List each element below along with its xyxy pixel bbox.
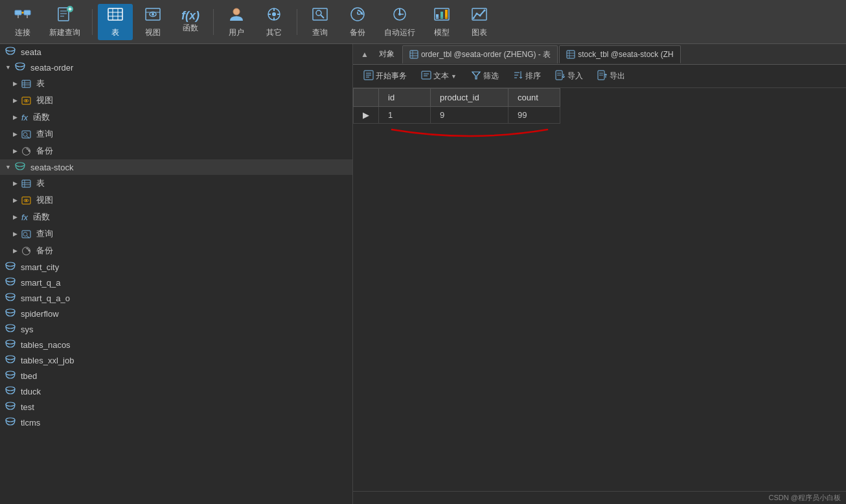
toolbar-query[interactable]: 查询 (303, 4, 337, 40)
svg-point-79 (6, 293, 15, 297)
tab-scroll-left[interactable]: ▲ (358, 49, 371, 60)
sidebar-backup-order-label: 备份 (36, 145, 53, 157)
toolbar-connect[interactable]: 连接 (5, 4, 40, 40)
svg-rect-0 (15, 10, 21, 15)
svg-rect-1 (24, 10, 30, 15)
export-button[interactable]: 导出 (592, 68, 630, 84)
svg-point-60 (23, 132, 27, 136)
toolbar-function[interactable]: f(x) 函数 (173, 4, 208, 40)
svg-rect-42 (440, 12, 443, 19)
sidebar-item-view-order[interactable]: ▶ 视图 (0, 92, 352, 109)
toolbar-query-label: 查询 (312, 27, 328, 38)
tab-order-tbl[interactable]: order_tbl @seata-order (ZHENG) - 表 (402, 45, 558, 63)
toolbar-backup[interactable]: 备份 (340, 4, 375, 40)
svg-point-82 (6, 340, 15, 344)
sidebar-item-tables-xxl-job[interactable]: tables_xxl_job (0, 352, 352, 368)
toolbar-chart-label: 图表 (472, 27, 487, 38)
svg-rect-13 (108, 8, 122, 20)
col-header-product-id[interactable]: product_id (431, 89, 509, 107)
toolbar-view[interactable]: 视图 (135, 4, 170, 40)
sidebar-item-func-stock[interactable]: ▶ fx 函数 (0, 209, 352, 225)
sidebar-item-spiderflow[interactable]: spiderflow (0, 306, 352, 321)
filter-label: 筛选 (483, 71, 499, 82)
table-row[interactable]: ▶ 1 9 99 (354, 107, 560, 124)
text-icon (421, 70, 431, 82)
sidebar-item-seata-stock[interactable]: ▼ seata-stock (0, 159, 352, 175)
svg-point-48 (479, 15, 481, 17)
tab-stock-tbl[interactable]: stock_tbl @seata-stock (ZH (559, 45, 681, 63)
sidebar-item-query-stock[interactable]: ▶ 查询 (0, 225, 352, 242)
toolbar-user[interactable]: 用户 (219, 4, 254, 40)
sidebar-tduck-label: tduck (21, 387, 41, 396)
query-icon (311, 5, 329, 26)
svg-point-30 (316, 10, 321, 16)
sidebar-item-query-order[interactable]: ▶ 查询 (0, 126, 352, 143)
start-transaction-button[interactable]: 开始事务 (358, 68, 412, 84)
svg-marker-103 (472, 72, 480, 79)
svg-point-71 (25, 200, 27, 201)
sidebar-backup-stock-label: 备份 (36, 245, 53, 257)
toolbar-autorun[interactable]: 自动运行 (378, 4, 422, 40)
filter-button[interactable]: 筛选 (466, 68, 504, 84)
sidebar-table-order-label: 表 (36, 78, 45, 89)
sidebar-item-backup-order[interactable]: ▶ 备份 (0, 143, 352, 159)
backup-icon (349, 5, 367, 26)
data-table: id product_id count ▶ 1 9 99 (353, 88, 560, 124)
import-label: 导入 (567, 71, 583, 82)
toolbar-model[interactable]: 模型 (424, 4, 459, 40)
sidebar-item-smart-qa[interactable]: smart_q_a (0, 275, 352, 290)
toolbar-chart[interactable]: 图表 (462, 4, 497, 40)
sidebar-item-tbed[interactable]: tbed (0, 368, 352, 384)
svg-point-58 (25, 100, 27, 101)
svg-point-81 (6, 325, 15, 328)
toolbar-other[interactable]: 其它 (257, 4, 292, 40)
svg-point-87 (6, 418, 15, 422)
cell-product-id[interactable]: 9 (431, 107, 509, 124)
toolbar-new-query[interactable]: 新建查询 (43, 4, 87, 40)
chart-icon (470, 5, 488, 26)
sidebar-item-tduck[interactable]: tduck (0, 384, 352, 399)
sidebar-item-test[interactable]: test (0, 399, 352, 415)
svg-point-39 (398, 13, 401, 16)
svg-point-80 (6, 309, 15, 313)
col-header-count[interactable]: count (509, 89, 560, 107)
sidebar-item-view-stock[interactable]: ▶ 视图 (0, 192, 352, 209)
sidebar-item-seata-order[interactable]: ▼ seata-order (0, 60, 352, 75)
sidebar-item-backup-stock[interactable]: ▶ 备份 (0, 242, 352, 259)
svg-point-50 (6, 47, 15, 51)
text-button[interactable]: 文本 ▼ (416, 68, 462, 84)
sidebar-seata-stock-label: seata-stock (30, 163, 73, 172)
tab-objects[interactable]: 对象 (372, 46, 401, 62)
sidebar-item-tables-nacos[interactable]: tables_nacos (0, 337, 352, 352)
sort-button[interactable]: 排序 (508, 68, 546, 84)
status-bar: CSDN @程序员小白板 (353, 491, 846, 504)
other-icon (265, 5, 283, 26)
sidebar-smart-city-label: smart_city (21, 262, 59, 272)
sidebar-seata-label: seata (21, 47, 41, 57)
sidebar-item-func-order[interactable]: ▶ fx 函数 (0, 109, 352, 126)
import-button[interactable]: 导入 (550, 68, 588, 84)
cell-id[interactable]: 1 (379, 107, 431, 124)
sidebar-item-smart-qao[interactable]: smart_q_a_o (0, 290, 352, 306)
table-area: id product_id count ▶ 1 9 99 (353, 88, 846, 491)
sidebar-smart-qa-label: smart_q_a (21, 278, 60, 288)
sidebar: seata ▼ seata-order ▶ 表 ▶ 视图 ▶ fx 函数 ▶ (0, 44, 353, 504)
sidebar-item-table-order[interactable]: ▶ 表 (0, 75, 352, 92)
sidebar-item-seata[interactable]: seata (0, 44, 352, 60)
toolbar-autorun-label: 自动运行 (384, 27, 415, 38)
table-tab-icon (409, 50, 418, 59)
svg-point-47 (476, 13, 478, 15)
svg-rect-88 (410, 51, 418, 58)
toolbar-connect-label: 连接 (15, 27, 30, 38)
svg-point-84 (6, 371, 15, 375)
sidebar-item-sys[interactable]: sys (0, 321, 352, 337)
svg-point-78 (6, 278, 15, 282)
sidebar-func-stock-label: 函数 (33, 211, 50, 223)
sidebar-item-tlcms[interactable]: tlcms (0, 415, 352, 430)
toolbar-table[interactable]: 表 (98, 4, 133, 40)
sidebar-item-table-stock[interactable]: ▶ 表 (0, 175, 352, 192)
sidebar-item-smart-city[interactable]: smart_city (0, 259, 352, 275)
col-header-id[interactable]: id (379, 89, 431, 107)
tab-order-tbl-label: order_tbl @seata-order (ZHENG) - 表 (421, 49, 551, 60)
cell-count[interactable]: 99 (509, 107, 560, 124)
